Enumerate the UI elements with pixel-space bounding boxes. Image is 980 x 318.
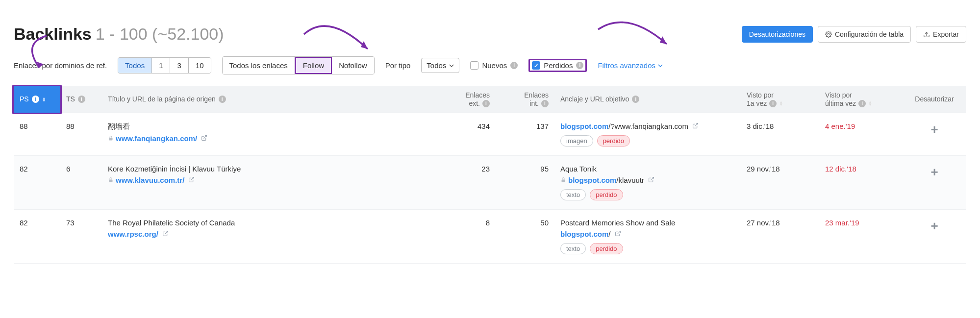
col-last-l2: última vez	[825, 99, 856, 108]
col-first-l1: Visto por	[747, 91, 783, 99]
col-ts-label: TS	[66, 95, 75, 103]
gear-icon	[825, 31, 832, 38]
col-ps[interactable]: PS i ▲▼	[14, 86, 60, 113]
table-row: 8273The Royal Philatelic Society of Cana…	[14, 209, 966, 263]
target-url[interactable]: blogspot.com/klavuutr	[560, 176, 735, 184]
col-ts[interactable]: TS i	[60, 86, 102, 113]
target-url[interactable]: blogspot.com/	[560, 230, 735, 238]
target-url[interactable]: blogspot.com/?www.fanqiangkan.com	[560, 122, 735, 130]
link-opt-nofollow[interactable]: Nofollow	[332, 57, 374, 74]
cell-ts: 88	[60, 113, 102, 155]
checkbox-box	[532, 61, 540, 70]
info-icon: i	[632, 96, 639, 103]
export-label: Exportar	[933, 30, 959, 38]
table-config-label: Configuración de tabla	[835, 30, 904, 38]
tag-type: texto	[560, 243, 586, 254]
cell-first-seen: 29 nov.'18	[741, 155, 819, 209]
info-icon: i	[769, 100, 777, 107]
cell-int: 95	[496, 155, 554, 209]
info-icon: i	[858, 100, 866, 107]
lock-icon	[108, 135, 114, 141]
sort-icon: ▲▼	[868, 101, 872, 106]
source-title: The Royal Philatelic Society of Canada	[108, 219, 431, 227]
col-int-l1: Enlaces	[524, 91, 549, 99]
col-ps-label: PS	[20, 95, 29, 103]
link-opt-follow[interactable]: Follow	[295, 56, 332, 74]
col-last-l1: Visto por	[825, 91, 872, 99]
col-ext-links[interactable]: Enlaces ext. i	[437, 86, 496, 113]
tag-type: imagen	[560, 135, 593, 147]
ref-opt-3[interactable]: 3	[170, 58, 188, 73]
svg-rect-5	[109, 179, 113, 182]
cell-disavow: +	[903, 113, 966, 155]
advanced-filters-link[interactable]: Filtros avanzados	[598, 61, 663, 70]
disavow-button[interactable]: Desautorizaciones	[742, 26, 813, 43]
cell-last-seen: 23 mar.'19	[819, 209, 903, 263]
ref-opt-todos[interactable]: Todos	[118, 58, 152, 73]
external-link-icon	[201, 135, 207, 141]
anchor-text: Postcard Memories Show and Sale	[560, 219, 735, 227]
source-url[interactable]: www.klavuu.com.tr/	[108, 176, 431, 184]
type-select[interactable]: Todos	[421, 58, 459, 73]
link-opt-all[interactable]: Todos los enlaces	[223, 57, 295, 74]
sort-icon: ▲▼	[42, 97, 46, 102]
add-disavow-button[interactable]: +	[908, 165, 960, 180]
col-disavow: Desautorizar	[903, 86, 966, 113]
page-range: 1 - 100 (~52.100)	[96, 24, 224, 44]
external-link-icon	[188, 176, 195, 183]
svg-line-8	[651, 177, 654, 180]
export-button[interactable]: Exportar	[916, 26, 966, 43]
col-anchor[interactable]: Anclaje y URL objetivo i	[554, 86, 741, 113]
chevron-down-icon	[658, 63, 663, 68]
add-disavow-button[interactable]: +	[908, 219, 960, 234]
cell-title: 翻墙看www.fanqiangkan.com/	[102, 113, 437, 155]
ref-domains-label: Enlaces por dominios de ref.	[14, 61, 107, 70]
source-title: 翻墙看	[108, 122, 431, 131]
table-row: 8888翻墙看www.fanqiangkan.com/ 434137blogsp…	[14, 113, 966, 155]
col-int-links[interactable]: Enlaces int. i	[496, 86, 554, 113]
svg-line-3	[204, 135, 207, 138]
cell-first-seen: 27 nov.'18	[741, 209, 819, 263]
info-icon: i	[541, 100, 549, 107]
chevron-down-icon	[449, 63, 454, 68]
tag-type: texto	[560, 189, 586, 200]
external-link-icon	[615, 230, 621, 237]
cell-last-seen: 4 ene.'19	[819, 113, 903, 155]
cell-disavow: +	[903, 155, 966, 209]
lost-checkbox[interactable]: Perdidos i	[532, 61, 583, 70]
cell-int: 50	[496, 209, 554, 263]
ref-opt-1[interactable]: 1	[152, 58, 170, 73]
external-link-icon	[692, 122, 699, 129]
ref-opt-10[interactable]: 10	[189, 58, 211, 73]
add-disavow-button[interactable]: +	[908, 122, 960, 137]
col-last-seen[interactable]: Visto por última vez i ▲▼	[819, 86, 903, 113]
lock-icon	[560, 177, 566, 183]
cell-title: Kore Kozmetiğinin İncisi | Klavuu Türkiy…	[102, 155, 437, 209]
export-icon	[923, 31, 930, 38]
cell-first-seen: 3 dic.'18	[741, 113, 819, 155]
new-checkbox[interactable]: Nuevos i	[470, 61, 518, 70]
info-icon: i	[219, 96, 226, 103]
page-title: Backlinks	[14, 24, 92, 44]
col-title-url[interactable]: Título y URL de la página de origen i	[102, 86, 437, 113]
svg-rect-2	[109, 138, 113, 140]
tag-lost: perdido	[597, 135, 630, 147]
svg-line-4	[695, 123, 698, 126]
cell-anchor: blogspot.com/?www.fanqiangkan.com imagen…	[554, 113, 741, 155]
source-url[interactable]: www.fanqiangkan.com/	[108, 134, 431, 143]
svg-line-9	[165, 231, 168, 234]
table-row: 826Kore Kozmetiğinin İncisi | Klavuu Tür…	[14, 155, 966, 209]
cell-ts: 73	[60, 209, 102, 263]
type-label: Por tipo	[385, 61, 411, 70]
table-config-button[interactable]: Configuración de tabla	[818, 26, 911, 43]
source-url[interactable]: www.rpsc.org/	[108, 230, 431, 238]
cell-anchor: Aqua Tonikblogspot.com/klavuutr textoper…	[554, 155, 741, 209]
col-first-seen[interactable]: Visto por 1a vez i ▲▼	[741, 86, 819, 113]
cell-int: 137	[496, 113, 554, 155]
svg-rect-7	[562, 179, 565, 182]
info-icon: i	[482, 100, 490, 107]
ref-domains-seg: Todos 1 3 10	[118, 57, 211, 73]
tag-lost: perdido	[590, 243, 623, 254]
col-anchor-label: Anclaje y URL objetivo	[560, 95, 629, 103]
svg-line-6	[191, 177, 194, 180]
